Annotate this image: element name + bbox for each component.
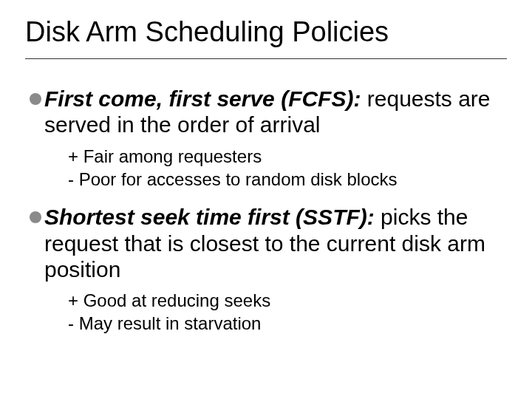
slide: Disk Arm Scheduling Policies First come,… [0, 0, 532, 399]
item-text: First come, first serve (FCFS): requests… [44, 86, 507, 138]
sub-list: + Good at reducing seeks - May result in… [68, 290, 507, 335]
sub-item: + Good at reducing seeks [68, 290, 507, 313]
item-lead: First come, first serve (FCFS): [44, 86, 361, 111]
slide-title: Disk Arm Scheduling Policies [25, 16, 507, 48]
sub-item: - Poor for accesses to random disk block… [68, 168, 507, 191]
sub-list: + Fair among requesters - Poor for acces… [68, 146, 507, 191]
title-rule: Disk Arm Scheduling Policies [25, 16, 507, 59]
sub-item: + Fair among requesters [68, 146, 507, 168]
bullet-icon [30, 211, 41, 223]
bullet-row: Shortest seek time first (SSTF): picks t… [30, 204, 507, 282]
item-text: Shortest seek time first (SSTF): picks t… [44, 204, 507, 282]
bullet-item: First come, first serve (FCFS): requests… [30, 86, 507, 191]
bullet-item: Shortest seek time first (SSTF): picks t… [30, 204, 507, 335]
sub-item: - May result in starvation [68, 313, 507, 335]
bullet-row: First come, first serve (FCFS): requests… [30, 86, 507, 138]
item-lead: Shortest seek time first (SSTF): [44, 205, 375, 229]
bullet-icon [30, 93, 41, 105]
